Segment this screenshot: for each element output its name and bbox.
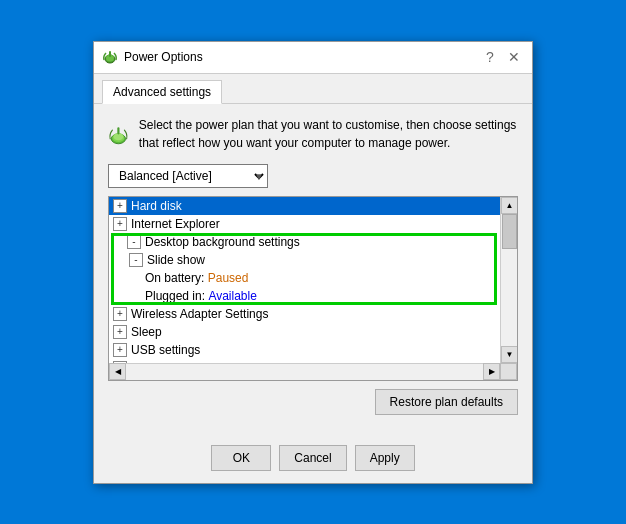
svg-rect-2 [109, 51, 111, 57]
power-options-window: Power Options ? ✕ Advanced settings Sele… [93, 41, 533, 484]
restore-plan-defaults-button[interactable]: Restore plan defaults [375, 389, 518, 415]
close-button[interactable]: ✕ [504, 47, 524, 67]
description-text: Select the power plan that you want to c… [139, 116, 518, 152]
item-label: Slide show [147, 253, 205, 267]
title-bar-buttons: ? ✕ [480, 47, 524, 67]
svg-rect-6 [117, 127, 119, 134]
content-area: Select the power plan that you want to c… [94, 104, 532, 439]
list-item[interactable]: + Sleep [109, 323, 517, 341]
list-item[interactable]: + Hard disk [109, 197, 517, 215]
advanced-settings-tab[interactable]: Advanced settings [102, 80, 222, 104]
scroll-right-button[interactable]: ▶ [483, 363, 500, 380]
scrollbar-track: ▲ ▼ [500, 197, 517, 363]
tab-bar: Advanced settings [94, 74, 532, 104]
ok-button[interactable]: OK [211, 445, 271, 471]
window-icon [102, 49, 118, 65]
list-item[interactable]: - Desktop background settings [109, 233, 517, 251]
item-label: On battery: [145, 271, 208, 285]
tree-container[interactable]: + Hard disk + Internet Explorer - Deskto… [108, 196, 518, 381]
item-label: Sleep [131, 325, 162, 339]
plan-dropdown-wrapper[interactable]: Balanced [Active] High performance Power… [108, 164, 268, 188]
item-label: Internet Explorer [131, 217, 220, 231]
expand-icon[interactable]: - [127, 235, 141, 249]
expand-icon[interactable]: + [113, 217, 127, 231]
dropdown-row: Balanced [Active] High performance Power… [108, 164, 518, 188]
hscrollbar-track [126, 364, 483, 380]
list-item[interactable]: Plugged in: Available [109, 287, 517, 305]
hscrollbar: ◀ ▶ [109, 363, 500, 380]
footer-buttons: OK Cancel Apply [94, 439, 532, 483]
title-bar-left: Power Options [102, 49, 203, 65]
expand-icon[interactable]: - [129, 253, 143, 267]
window-title: Power Options [124, 50, 203, 64]
description-area: Select the power plan that you want to c… [108, 116, 518, 154]
expand-icon[interactable]: + [113, 343, 127, 357]
scrollbar-thumb[interactable] [502, 214, 517, 249]
power-plan-icon [108, 116, 129, 154]
cancel-button[interactable]: Cancel [279, 445, 346, 471]
expand-icon[interactable]: + [113, 325, 127, 339]
list-item[interactable]: + USB settings [109, 341, 517, 359]
list-item[interactable]: On battery: Paused [109, 269, 517, 287]
item-label: Plugged in: [145, 289, 208, 303]
plugged-in-value: Available [208, 289, 256, 303]
scroll-up-button[interactable]: ▲ [501, 197, 518, 214]
expand-icon[interactable]: + [113, 307, 127, 321]
item-label: Desktop background settings [145, 235, 300, 249]
on-battery-value: Paused [208, 271, 249, 285]
item-label: USB settings [131, 343, 200, 357]
item-label: Wireless Adapter Settings [131, 307, 268, 321]
list-item[interactable]: - Slide show [109, 251, 517, 269]
scrollbar-corner [500, 363, 517, 380]
highlighted-group: - Desktop background settings - Slide sh… [109, 233, 517, 305]
help-button[interactable]: ? [480, 47, 500, 67]
title-bar: Power Options ? ✕ [94, 42, 532, 74]
list-item[interactable]: + Wireless Adapter Settings [109, 305, 517, 323]
scroll-down-button[interactable]: ▼ [501, 346, 518, 363]
apply-button[interactable]: Apply [355, 445, 415, 471]
plan-dropdown[interactable]: Balanced [Active] High performance Power… [108, 164, 268, 188]
item-label: Hard disk [131, 199, 182, 213]
scroll-left-button[interactable]: ◀ [109, 363, 126, 380]
list-item[interactable]: + Internet Explorer [109, 215, 517, 233]
expand-icon[interactable]: + [113, 199, 127, 213]
restore-btn-row: Restore plan defaults [108, 389, 518, 415]
